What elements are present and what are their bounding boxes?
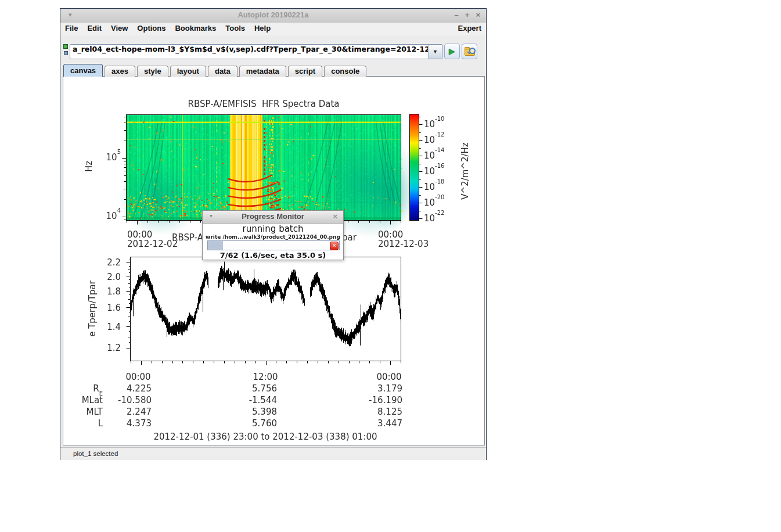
uri-input[interactable]: a_rel04_ect-hope-mom-l3_$Y$m$d_v$(v,sep)… — [70, 44, 429, 59]
minimize-button[interactable]: – — [455, 10, 459, 19]
colorbar-tick-label: 10-18 — [424, 181, 465, 192]
spec-xtick-date-left: 2012-12-02 — [127, 239, 178, 249]
plot2-title-fragment-right: par — [342, 233, 357, 243]
colorbar-tick-label: 10-12 — [424, 134, 465, 145]
screen: ▾ Autoplot 20190221a –+× FileEditViewOpt… — [0, 0, 781, 532]
spec-ytick-label: 105 — [91, 152, 121, 163]
uri-blue-icon — [64, 51, 68, 55]
table-value: 3.447 — [350, 418, 402, 429]
dialog-close-icon[interactable]: × — [333, 212, 337, 221]
table-value: 2.247 — [99, 407, 152, 417]
play-icon: ▶ — [449, 46, 455, 56]
progress-bar: ✕ — [207, 240, 340, 250]
table-value: 5.398 — [225, 407, 277, 417]
table-value: 3.179 — [350, 383, 402, 394]
dialog-title: Progress Monitor — [203, 212, 343, 221]
tab-metadata[interactable]: metadata — [239, 66, 286, 77]
progress-bar-fill — [208, 241, 223, 250]
browse-button[interactable] — [462, 44, 477, 59]
line-xtick-label: 00:00 — [121, 372, 156, 382]
window-title: Autoplot 20190221a — [60, 10, 486, 19]
expert-label[interactable]: Expert — [458, 24, 481, 33]
table-value: 8.125 — [350, 407, 402, 417]
colorbar-tick-label: 10-16 — [424, 166, 465, 177]
status-text: plot_1 selected — [73, 450, 118, 457]
table-value: -16.190 — [350, 395, 402, 405]
line-ytick-label: 1.4 — [91, 322, 121, 332]
colorbar-tick-label: 10-14 — [424, 150, 465, 161]
tab-axes[interactable]: axes — [105, 66, 135, 77]
line-ytick-label: 1.8 — [91, 286, 121, 297]
menu-item-view[interactable]: View — [106, 23, 132, 34]
line-ytick-label: 2.0 — [91, 272, 121, 282]
line-xtick-label: 00:00 — [372, 372, 406, 382]
maximize-button[interactable]: + — [465, 10, 470, 19]
uri-dropdown-button[interactable]: ▼ — [428, 44, 442, 59]
table-value: 5.760 — [225, 418, 277, 429]
progress-status-label: 7/62 (1.6/sec, eta 35.0 s) — [203, 251, 343, 260]
tab-data[interactable]: data — [208, 66, 237, 77]
table-value: 4.225 — [99, 383, 152, 394]
spec-ytick-label: 104 — [91, 210, 121, 221]
plot-go-button[interactable]: ▶ — [444, 44, 460, 59]
window-title-bar[interactable]: ▾ Autoplot 20190221a –+× — [60, 9, 486, 23]
tab-script[interactable]: script — [288, 66, 322, 77]
colorbar-unit-label: V^2/m^2/Hz — [460, 136, 470, 206]
menu-items: FileEditViewOptionsBookmarksToolsHelp — [60, 24, 275, 33]
dialog-title-bar[interactable]: ▾ Progress Monitor × — [203, 211, 343, 224]
autoplot-window: ▾ Autoplot 20190221a –+× FileEditViewOpt… — [60, 8, 487, 460]
uri-green-icon — [63, 44, 68, 49]
close-button[interactable]: × — [476, 10, 480, 19]
uri-toolbar: a_rel04_ect-hope-mom-l3_$Y$m$d_v$(v,sep)… — [60, 35, 486, 64]
tab-canvas[interactable]: canvas — [63, 64, 103, 77]
table-row-label: RE — [68, 383, 103, 395]
progress-monitor-dialog: ▾ Progress Monitor × running batch write… — [202, 210, 344, 260]
menu-item-help[interactable]: Help — [250, 23, 275, 34]
menu-bar: FileEditViewOptionsBookmarksToolsHelp Ex… — [60, 23, 486, 36]
table-value: -1.544 — [225, 395, 277, 405]
folder-search-icon — [465, 47, 475, 56]
table-row-label: L — [68, 418, 103, 429]
tab-layout[interactable]: layout — [170, 66, 206, 77]
plot1-title: RBSP-A/EMFISIS HFR Spectra Data — [127, 99, 401, 109]
menu-item-edit[interactable]: Edit — [82, 23, 106, 34]
line-xtick-label: 12:00 — [248, 372, 283, 382]
menu-item-options[interactable]: Options — [132, 23, 170, 34]
colorbar-tick-label: 10-22 — [424, 213, 465, 224]
table-row-label: MLat — [68, 395, 103, 405]
colorbar-tick-label: 10-10 — [424, 118, 465, 130]
progress-cancel-button[interactable]: ✕ — [330, 242, 339, 250]
line-ytick-label: 1.6 — [91, 303, 121, 313]
plot2-title-fragment-left: RBSP-A — [172, 233, 203, 243]
chevron-down-icon: ▼ — [433, 49, 438, 55]
canvas-area: RBSP-A/EMFISIS HFR Spectra Data Hz 10510… — [63, 77, 485, 444]
table-row-label: MLT — [68, 407, 103, 417]
status-bar: plot_1 selected — [60, 447, 486, 460]
table-value: 5.756 — [225, 383, 277, 394]
progress-detail-label: write /hom...walk3/product_20121204_00.p… — [203, 234, 343, 240]
tab-style[interactable]: style — [137, 66, 168, 77]
line-ytick-label: 1.2 — [91, 343, 121, 353]
tab-row: canvasaxesstylelayoutdatametadatascriptc… — [63, 64, 368, 77]
table-value: -10.580 — [99, 395, 152, 405]
table-value: 4.373 — [99, 418, 152, 429]
menu-item-tools[interactable]: Tools — [221, 23, 250, 34]
progress-task-label: running batch — [203, 224, 343, 234]
spec-xtick-date-right: 2012-12-03 — [378, 239, 429, 249]
window-controls: –+× — [448, 10, 480, 19]
time-range-footer: 2012-12-01 (336) 23:00 to 2012-12-03 (33… — [120, 432, 411, 442]
menu-item-file[interactable]: File — [60, 23, 82, 34]
menu-item-bookmarks[interactable]: Bookmarks — [170, 23, 221, 34]
tab-console[interactable]: console — [324, 66, 366, 77]
colorbar-tick-label: 10-20 — [424, 197, 465, 208]
line-ytick-label: 2.2 — [91, 257, 121, 268]
